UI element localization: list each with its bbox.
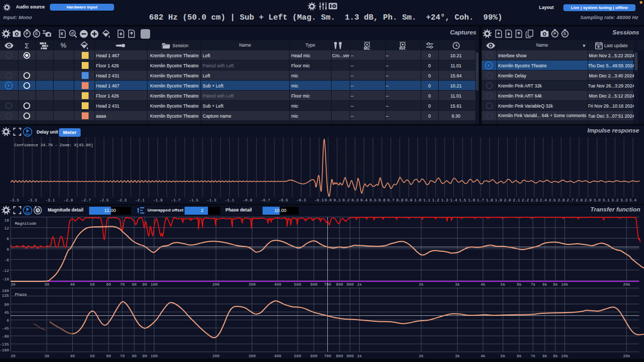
svg-text:3k: 3k	[455, 354, 460, 358]
svg-text:60: 60	[106, 354, 111, 358]
svg-text:3k: 3k	[455, 282, 460, 287]
svg-text:-135: -135	[0, 342, 9, 347]
svg-text:700: 700	[324, 354, 332, 358]
svg-text:600: 600	[310, 282, 318, 287]
svg-text:900: 900	[346, 282, 354, 287]
svg-text:5k: 5k	[501, 282, 506, 287]
svg-text:800: 800	[336, 354, 343, 358]
svg-text:90: 90	[142, 282, 147, 287]
svg-text:18: 18	[4, 218, 9, 223]
svg-text:10k: 10k	[561, 282, 569, 287]
svg-text:20: 20	[11, 282, 16, 287]
svg-text:50: 50	[90, 282, 95, 287]
svg-text:-90: -90	[2, 334, 9, 339]
svg-text:2k: 2k	[419, 354, 424, 358]
svg-text:200: 200	[212, 282, 220, 287]
svg-text:5k: 5k	[501, 354, 506, 358]
svg-text:300: 300	[248, 282, 256, 287]
svg-text:40: 40	[70, 354, 75, 358]
svg-text:70: 70	[120, 354, 125, 358]
svg-text:20k: 20k	[623, 354, 630, 358]
svg-text:-180: -180	[0, 348, 9, 352]
svg-text:0: 0	[6, 248, 9, 252]
svg-text:4k: 4k	[481, 354, 486, 358]
svg-text:90: 90	[142, 354, 147, 358]
svg-text:60: 60	[106, 282, 111, 287]
svg-text:8k: 8k	[543, 282, 548, 287]
svg-text:400: 400	[274, 282, 282, 287]
svg-text:10k: 10k	[561, 354, 569, 358]
svg-text:40: 40	[70, 282, 75, 287]
svg-text:900: 900	[346, 354, 354, 358]
svg-text:12: 12	[4, 226, 9, 231]
svg-text:9k: 9k	[553, 282, 558, 287]
svg-text:80: 80	[132, 282, 137, 287]
svg-text:400: 400	[274, 354, 282, 358]
svg-text:6k: 6k	[517, 282, 522, 287]
svg-text:0: 0	[6, 319, 9, 323]
svg-text:20k: 20k	[623, 282, 630, 287]
svg-text:4k: 4k	[481, 282, 486, 287]
svg-text:1k: 1k	[357, 354, 362, 358]
svg-text:180: 180	[2, 289, 9, 293]
svg-text:6k: 6k	[517, 354, 522, 358]
svg-text:-18: -18	[2, 277, 9, 281]
svg-text:9k: 9k	[553, 354, 558, 358]
svg-text:300: 300	[248, 354, 256, 358]
svg-text:700: 700	[324, 282, 332, 287]
svg-text:2k: 2k	[419, 282, 424, 287]
svg-text:90: 90	[4, 303, 10, 307]
svg-text:-12: -12	[2, 269, 9, 273]
svg-text:Phase: Phase	[15, 293, 27, 297]
svg-text:100: 100	[151, 354, 158, 358]
svg-text:800: 800	[336, 282, 343, 287]
svg-text:500: 500	[294, 282, 301, 287]
svg-text:80: 80	[132, 354, 137, 358]
svg-text:500: 500	[294, 354, 301, 358]
svg-text:30: 30	[45, 282, 50, 287]
svg-text:600: 600	[310, 354, 318, 358]
svg-text:50: 50	[90, 354, 95, 358]
svg-text:6: 6	[6, 237, 9, 241]
svg-text:1k: 1k	[357, 282, 362, 287]
svg-text:8k: 8k	[543, 354, 548, 358]
svg-text:7k: 7k	[530, 354, 536, 358]
svg-text:30: 30	[45, 354, 50, 358]
svg-text:135: 135	[2, 294, 9, 298]
svg-text:20: 20	[11, 354, 16, 358]
svg-text:100: 100	[151, 282, 158, 287]
svg-text:7k: 7k	[530, 282, 536, 287]
svg-text:-6: -6	[4, 258, 10, 262]
svg-text:200: 200	[212, 354, 220, 358]
svg-text:-45: -45	[2, 326, 9, 331]
svg-text:45: 45	[4, 311, 10, 315]
svg-text:Magnitude: Magnitude	[15, 222, 37, 226]
svg-text:70: 70	[120, 282, 125, 287]
